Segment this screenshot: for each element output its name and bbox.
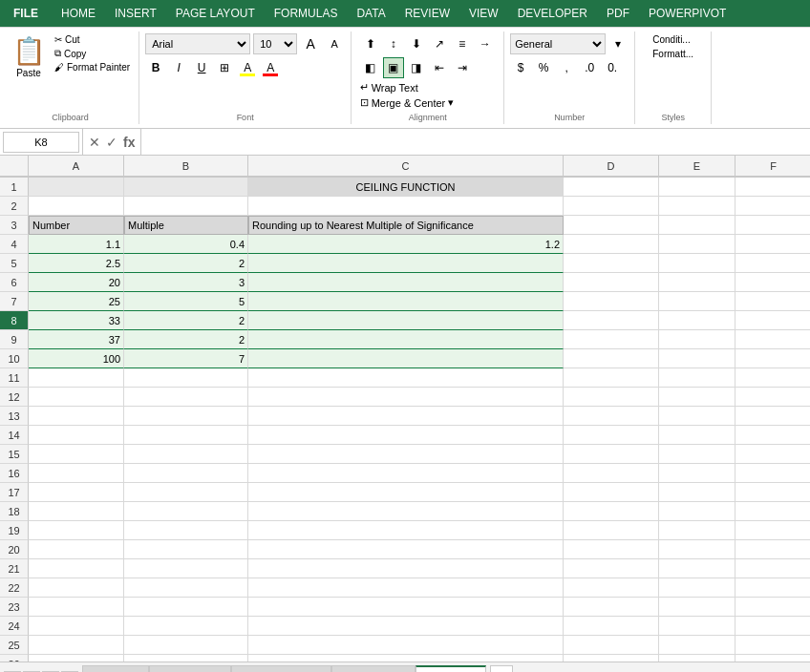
cell-f18[interactable] bbox=[735, 502, 810, 521]
menu-page-layout[interactable]: PAGE LAYOUT bbox=[166, 0, 265, 27]
menu-home[interactable]: HOME bbox=[52, 0, 105, 27]
cell-c23[interactable] bbox=[248, 598, 564, 617]
cell-c13[interactable] bbox=[248, 407, 564, 426]
cell-e4[interactable] bbox=[659, 235, 735, 254]
cell-e7[interactable] bbox=[659, 292, 735, 311]
menu-powerpivot[interactable]: POWERPIVOT bbox=[639, 0, 735, 27]
cell-b2[interactable] bbox=[124, 197, 248, 216]
cell-f10[interactable] bbox=[735, 349, 810, 368]
cell-d15[interactable] bbox=[564, 445, 659, 464]
cell-c7[interactable] bbox=[248, 292, 564, 311]
cell-b23[interactable] bbox=[124, 598, 248, 617]
cell-a14[interactable] bbox=[29, 426, 124, 445]
cell-b9[interactable]: 2 bbox=[124, 330, 248, 349]
cell-d11[interactable] bbox=[564, 368, 659, 388]
cell-a20[interactable] bbox=[29, 540, 124, 559]
cell-b17[interactable] bbox=[124, 483, 248, 502]
cut-button[interactable]: ✂ Cut bbox=[52, 33, 133, 46]
cell-a17[interactable] bbox=[29, 483, 124, 502]
cell-b18[interactable] bbox=[124, 502, 248, 521]
cell-e16[interactable] bbox=[659, 464, 735, 483]
cell-b4[interactable]: 0.4 bbox=[124, 235, 248, 254]
cell-f8[interactable] bbox=[735, 311, 810, 330]
cell-c14[interactable] bbox=[248, 426, 564, 445]
cell-d19[interactable] bbox=[564, 521, 659, 540]
cell-d5[interactable] bbox=[564, 254, 659, 273]
cell-a22[interactable] bbox=[29, 578, 124, 598]
cell-a10[interactable]: 100 bbox=[29, 349, 124, 368]
align-left-button[interactable]: ≡ bbox=[452, 33, 473, 54]
cell-a9[interactable]: 37 bbox=[29, 330, 124, 349]
underline-button[interactable]: U bbox=[191, 57, 212, 78]
cell-d25[interactable] bbox=[564, 636, 659, 655]
tab-mrround[interactable]: MRROUND bbox=[331, 665, 415, 672]
cell-reference-input[interactable]: K8 bbox=[3, 132, 79, 153]
cell-c2[interactable] bbox=[248, 197, 564, 216]
cell-c18[interactable] bbox=[248, 502, 564, 521]
comma-button[interactable]: , bbox=[556, 57, 577, 78]
currency-button[interactable]: $ bbox=[510, 57, 531, 78]
cell-a7[interactable]: 25 bbox=[29, 292, 124, 311]
decrease-font-size-button[interactable]: A bbox=[324, 33, 345, 54]
font-family-select[interactable]: Arial bbox=[145, 33, 250, 54]
cell-b21[interactable] bbox=[124, 559, 248, 578]
cell-f26[interactable] bbox=[735, 655, 810, 662]
cell-f24[interactable] bbox=[735, 617, 810, 636]
cell-d24[interactable] bbox=[564, 617, 659, 636]
cell-a6[interactable]: 20 bbox=[29, 273, 124, 292]
cell-e24[interactable] bbox=[659, 617, 735, 636]
cell-a2[interactable] bbox=[29, 197, 124, 216]
menu-pdf[interactable]: PDF bbox=[597, 0, 639, 27]
cell-e25[interactable] bbox=[659, 636, 735, 655]
cell-a5[interactable]: 2.5 bbox=[29, 254, 124, 273]
cell-e19[interactable] bbox=[659, 521, 735, 540]
cell-b6[interactable]: 3 bbox=[124, 273, 248, 292]
cell-f19[interactable] bbox=[735, 521, 810, 540]
cell-d10[interactable] bbox=[564, 349, 659, 368]
cell-a25[interactable] bbox=[29, 636, 124, 655]
cell-c24[interactable] bbox=[248, 617, 564, 636]
border-button[interactable]: ⊞ bbox=[214, 57, 235, 78]
cell-d7[interactable] bbox=[564, 292, 659, 311]
cell-b22[interactable] bbox=[124, 578, 248, 598]
wrap-text-button[interactable]: ↵ Wrap Text bbox=[360, 81, 418, 94]
cell-f17[interactable] bbox=[735, 483, 810, 502]
menu-insert[interactable]: INSERT bbox=[105, 0, 166, 27]
cell-e21[interactable] bbox=[659, 559, 735, 578]
cell-a4[interactable]: 1.1 bbox=[29, 235, 124, 254]
cell-c25[interactable] bbox=[248, 636, 564, 655]
cell-c26[interactable] bbox=[248, 655, 564, 662]
cell-e20[interactable] bbox=[659, 540, 735, 559]
cell-a1[interactable] bbox=[29, 178, 124, 197]
align-left2-button[interactable]: ◧ bbox=[360, 57, 381, 78]
menu-developer[interactable]: DEVELOPER bbox=[508, 0, 597, 27]
cell-f14[interactable] bbox=[735, 426, 810, 445]
number-format-select[interactable]: General bbox=[510, 33, 606, 54]
align-middle-button[interactable]: ↕ bbox=[383, 33, 404, 54]
cell-f12[interactable] bbox=[735, 388, 810, 407]
cell-a18[interactable] bbox=[29, 502, 124, 521]
cell-f4[interactable] bbox=[735, 235, 810, 254]
cell-b3[interactable]: Multiple bbox=[124, 216, 248, 235]
cell-b1[interactable] bbox=[124, 178, 248, 197]
cell-e1[interactable] bbox=[659, 178, 735, 197]
cell-e10[interactable] bbox=[659, 349, 735, 368]
cell-b5[interactable]: 2 bbox=[124, 254, 248, 273]
cell-d20[interactable] bbox=[564, 540, 659, 559]
cell-f5[interactable] bbox=[735, 254, 810, 273]
cell-d13[interactable] bbox=[564, 407, 659, 426]
align-bottom-button[interactable]: ⬇ bbox=[406, 33, 427, 54]
cell-d9[interactable] bbox=[564, 330, 659, 349]
cell-e2[interactable] bbox=[659, 197, 735, 216]
conditional-format-button[interactable]: Conditi... bbox=[650, 33, 696, 46]
cell-f20[interactable] bbox=[735, 540, 810, 559]
cell-e23[interactable] bbox=[659, 598, 735, 617]
col-header-e[interactable]: E bbox=[659, 156, 735, 177]
cell-b11[interactable] bbox=[124, 368, 248, 388]
cell-a12[interactable] bbox=[29, 388, 124, 407]
cell-f1[interactable] bbox=[735, 178, 810, 197]
cell-e14[interactable] bbox=[659, 426, 735, 445]
cell-d17[interactable] bbox=[564, 483, 659, 502]
file-menu[interactable]: FILE bbox=[0, 0, 52, 27]
cell-a26[interactable] bbox=[29, 655, 124, 662]
